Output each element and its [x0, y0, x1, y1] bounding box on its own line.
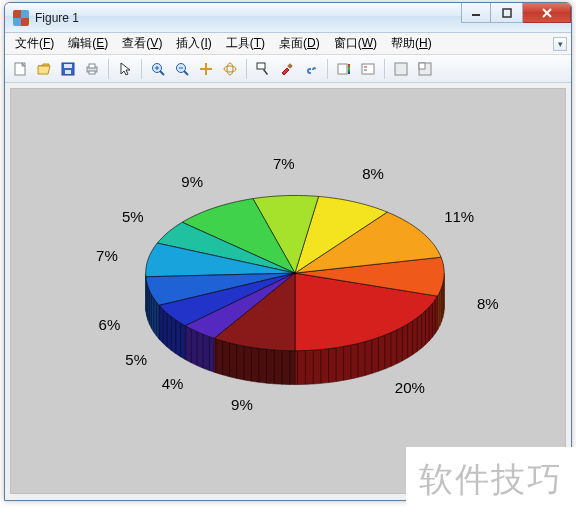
- svg-rect-23: [338, 64, 347, 74]
- titlebar[interactable]: Figure 1: [5, 3, 571, 33]
- toolbar-separator: [327, 59, 328, 79]
- pie-label: 8%: [477, 295, 499, 312]
- menu-tools-label: 工具: [226, 36, 250, 50]
- svg-rect-1: [503, 9, 511, 17]
- svg-rect-22: [287, 63, 293, 69]
- link-button[interactable]: [300, 58, 322, 80]
- menu-window-label: 窗口: [334, 36, 358, 50]
- menu-insert-label: 插入: [176, 36, 200, 50]
- rotate3d-button[interactable]: [219, 58, 241, 80]
- matlab-icon: [13, 10, 29, 26]
- menu-view-label: 查看: [122, 36, 146, 50]
- menu-view[interactable]: 查看(V): [116, 33, 168, 54]
- brush-button[interactable]: [276, 58, 298, 80]
- menu-edit-label: 编辑: [68, 36, 92, 50]
- zoom-out-button[interactable]: [171, 58, 193, 80]
- svg-point-20: [227, 63, 233, 75]
- menu-edit[interactable]: 编辑(E): [62, 33, 114, 54]
- svg-rect-24: [348, 64, 350, 74]
- colorbar-button[interactable]: [333, 58, 355, 80]
- figure-window: Figure 1 文件(F) 编辑(E) 查看(V) 插入(I) 工具(T) 桌…: [4, 2, 572, 501]
- pie-label: 20%: [395, 378, 425, 395]
- svg-rect-25: [362, 64, 374, 74]
- menu-expand-icon[interactable]: ▾: [553, 37, 567, 51]
- svg-rect-30: [419, 63, 425, 69]
- svg-rect-28: [395, 63, 407, 75]
- pie-label: 5%: [125, 351, 147, 368]
- maximize-button[interactable]: [491, 3, 523, 23]
- toolbar: [5, 55, 571, 83]
- toolbar-separator: [108, 59, 109, 79]
- menu-file-label: 文件: [15, 36, 39, 50]
- svg-point-18: [204, 67, 207, 70]
- new-axes-button[interactable]: [390, 58, 412, 80]
- menubar: 文件(F) 编辑(E) 查看(V) 插入(I) 工具(T) 桌面(D) 窗口(W…: [5, 33, 571, 55]
- watermark: 软件技巧: [406, 447, 576, 513]
- figure-canvas[interactable]: 20%8%11%8%7%9%5%7%6%5%4%9%: [10, 88, 566, 494]
- pie-label: 4%: [162, 374, 184, 391]
- pie-label: 5%: [122, 207, 144, 224]
- pie-label: 6%: [99, 315, 121, 332]
- print-button[interactable]: [81, 58, 103, 80]
- window-controls: [461, 3, 571, 32]
- menu-tools[interactable]: 工具(T): [220, 33, 271, 54]
- toolbar-separator: [246, 59, 247, 79]
- pie-label: 7%: [273, 155, 295, 172]
- menu-window[interactable]: 窗口(W): [328, 33, 383, 54]
- menu-desktop[interactable]: 桌面(D): [273, 33, 326, 54]
- open-button[interactable]: [33, 58, 55, 80]
- pie3d-chart: [11, 89, 565, 493]
- data-cursor-button[interactable]: [252, 58, 274, 80]
- close-button[interactable]: [523, 3, 571, 23]
- zoom-in-button[interactable]: [147, 58, 169, 80]
- pie-label: 9%: [231, 396, 253, 413]
- svg-rect-9: [89, 64, 95, 68]
- svg-line-12: [160, 71, 164, 75]
- sub-axes-button[interactable]: [414, 58, 436, 80]
- pie-label: 9%: [181, 172, 203, 189]
- svg-rect-6: [64, 64, 72, 68]
- pie-label: 8%: [362, 164, 384, 181]
- menu-desktop-label: 桌面: [279, 36, 303, 50]
- pie-label: 7%: [96, 246, 118, 263]
- legend-button[interactable]: [357, 58, 379, 80]
- menu-file[interactable]: 文件(F): [9, 33, 60, 54]
- save-button[interactable]: [57, 58, 79, 80]
- menu-insert[interactable]: 插入(I): [170, 33, 217, 54]
- new-figure-button[interactable]: [9, 58, 31, 80]
- menu-help-label: 帮助: [391, 36, 415, 50]
- toolbar-separator: [141, 59, 142, 79]
- svg-rect-21: [257, 63, 265, 69]
- pan-button[interactable]: [195, 58, 217, 80]
- svg-rect-7: [65, 70, 71, 74]
- svg-line-16: [184, 71, 188, 75]
- pointer-button[interactable]: [114, 58, 136, 80]
- pie-label: 11%: [444, 207, 474, 224]
- svg-point-19: [224, 66, 236, 72]
- toolbar-separator: [384, 59, 385, 79]
- minimize-button[interactable]: [461, 3, 491, 23]
- svg-rect-10: [89, 71, 95, 74]
- window-title: Figure 1: [35, 11, 461, 25]
- menu-help[interactable]: 帮助(H): [385, 33, 438, 54]
